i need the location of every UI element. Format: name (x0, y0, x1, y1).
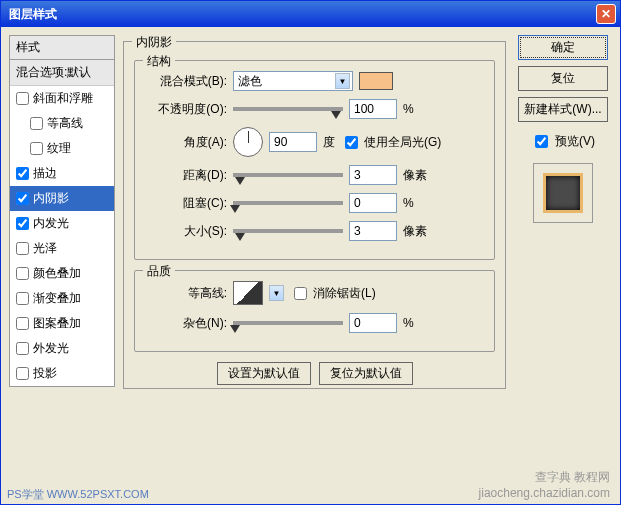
styles-panel: 样式 混合选项:默认 斜面和浮雕等高线纹理描边内阴影内发光光泽颜色叠加渐变叠加图… (9, 35, 115, 496)
style-checkbox[interactable] (30, 142, 43, 155)
contour-picker[interactable] (233, 281, 263, 305)
size-input[interactable] (349, 221, 397, 241)
style-label: 光泽 (33, 240, 57, 257)
choke-label: 阻塞(C): (147, 195, 227, 212)
style-checkbox[interactable] (16, 367, 29, 380)
ok-button[interactable]: 确定 (518, 35, 608, 60)
style-item[interactable]: 纹理 (10, 136, 114, 161)
opacity-slider[interactable] (233, 107, 343, 111)
titlebar: 图层样式 ✕ (1, 1, 620, 27)
style-item[interactable]: 描边 (10, 161, 114, 186)
distance-input[interactable] (349, 165, 397, 185)
style-label: 外发光 (33, 340, 69, 357)
style-item[interactable]: 内阴影 (10, 186, 114, 211)
style-checkbox[interactable] (16, 167, 29, 180)
style-checkbox[interactable] (16, 192, 29, 205)
preview-swatch (543, 173, 583, 213)
action-panel: 确定 复位 新建样式(W)... 预览(V) (514, 35, 612, 496)
cancel-button[interactable]: 复位 (518, 66, 608, 91)
style-checkbox[interactable] (16, 217, 29, 230)
style-checkbox[interactable] (16, 342, 29, 355)
size-label: 大小(S): (147, 223, 227, 240)
set-default-button[interactable]: 设置为默认值 (217, 362, 311, 385)
styles-list: 混合选项:默认 斜面和浮雕等高线纹理描边内阴影内发光光泽颜色叠加渐变叠加图案叠加… (9, 60, 115, 387)
style-item[interactable]: 图案叠加 (10, 311, 114, 336)
watermark-right: 查字典 教程网 jiaocheng.chazidian.com (479, 469, 610, 500)
style-item[interactable]: 投影 (10, 361, 114, 386)
chevron-down-icon[interactable]: ▼ (269, 285, 284, 301)
style-label: 渐变叠加 (33, 290, 81, 307)
color-swatch[interactable] (359, 72, 393, 90)
style-item[interactable]: 光泽 (10, 236, 114, 261)
noise-input[interactable] (349, 313, 397, 333)
style-item[interactable]: 斜面和浮雕 (10, 86, 114, 111)
style-checkbox[interactable] (30, 117, 43, 130)
choke-input[interactable] (349, 193, 397, 213)
watermark-left: PS学堂 WWW.52PSXT.COM (7, 487, 149, 502)
blend-mode-label: 混合模式(B): (147, 73, 227, 90)
style-label: 图案叠加 (33, 315, 81, 332)
close-button[interactable]: ✕ (596, 4, 616, 24)
style-label: 斜面和浮雕 (33, 90, 93, 107)
style-checkbox[interactable] (16, 92, 29, 105)
opacity-input[interactable] (349, 99, 397, 119)
effect-title: 内阴影 (132, 34, 176, 51)
settings-panel: 内阴影 结构 混合模式(B): 滤色 ▼ 不透明度(O): (123, 35, 506, 496)
style-label: 纹理 (47, 140, 71, 157)
style-item[interactable]: 外发光 (10, 336, 114, 361)
style-item[interactable]: 渐变叠加 (10, 286, 114, 311)
styles-header: 样式 (9, 35, 115, 60)
blend-options-item[interactable]: 混合选项:默认 (10, 60, 114, 86)
opacity-label: 不透明度(O): (147, 101, 227, 118)
structure-title: 结构 (143, 53, 175, 70)
distance-label: 距离(D): (147, 167, 227, 184)
angle-label: 角度(A): (147, 134, 227, 151)
angle-dial[interactable] (233, 127, 263, 157)
preview-checkbox[interactable]: 预览(V) (531, 132, 595, 151)
noise-slider[interactable] (233, 321, 343, 325)
reset-default-button[interactable]: 复位为默认值 (319, 362, 413, 385)
style-label: 内发光 (33, 215, 69, 232)
choke-slider[interactable] (233, 201, 343, 205)
global-light-checkbox[interactable]: 使用全局光(G) (341, 133, 441, 152)
style-label: 颜色叠加 (33, 265, 81, 282)
style-item[interactable]: 等高线 (10, 111, 114, 136)
size-slider[interactable] (233, 229, 343, 233)
quality-title: 品质 (143, 263, 175, 280)
style-label: 描边 (33, 165, 57, 182)
angle-input[interactable] (269, 132, 317, 152)
style-checkbox[interactable] (16, 292, 29, 305)
antialias-checkbox[interactable]: 消除锯齿(L) (290, 284, 376, 303)
structure-group: 结构 混合模式(B): 滤色 ▼ 不透明度(O): % (134, 60, 495, 260)
new-style-button[interactable]: 新建样式(W)... (518, 97, 608, 122)
style-checkbox[interactable] (16, 267, 29, 280)
preview-box (533, 163, 593, 223)
style-label: 内阴影 (33, 190, 69, 207)
style-label: 投影 (33, 365, 57, 382)
style-item[interactable]: 内发光 (10, 211, 114, 236)
quality-group: 品质 等高线: ▼ 消除锯齿(L) 杂色(N): % (134, 270, 495, 352)
style-item[interactable]: 颜色叠加 (10, 261, 114, 286)
chevron-down-icon: ▼ (335, 73, 350, 89)
window-title: 图层样式 (5, 6, 57, 23)
blend-mode-select[interactable]: 滤色 ▼ (233, 71, 353, 91)
style-checkbox[interactable] (16, 242, 29, 255)
contour-label: 等高线: (147, 285, 227, 302)
noise-label: 杂色(N): (147, 315, 227, 332)
distance-slider[interactable] (233, 173, 343, 177)
style-label: 等高线 (47, 115, 83, 132)
style-checkbox[interactable] (16, 317, 29, 330)
